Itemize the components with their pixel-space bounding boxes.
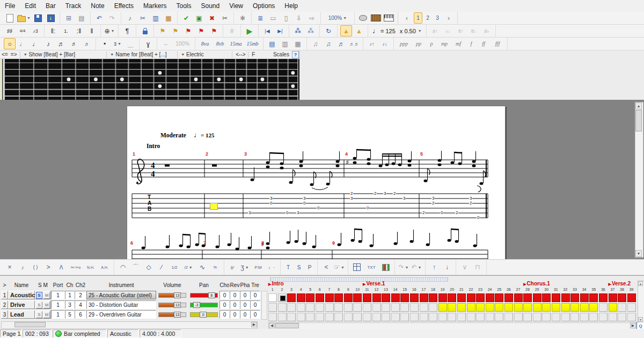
channel2-cell[interactable]: 6 — [75, 310, 86, 319]
volume-slider[interactable]: 13 — [158, 293, 186, 298]
page-2-button[interactable]: 2 — [423, 12, 432, 24]
bar-lock-button[interactable] — [139, 25, 151, 36]
triplet-feel-button[interactable]: ♪3 — [30, 25, 41, 36]
trill-button[interactable]: tr — [227, 262, 238, 273]
timeline-cell[interactable] — [325, 313, 334, 321]
mute-button[interactable]: M — [43, 302, 50, 308]
downstroke-button[interactable]: ∨ — [459, 262, 471, 273]
cho-cell[interactable]: 0 — [219, 300, 230, 309]
menu-bar[interactable]: Bar — [41, 0, 61, 12]
repeat-close-button[interactable]: :‖ — [73, 25, 85, 36]
beam-two-button[interactable]: ♫ — [323, 38, 334, 49]
fretboard-panel-button[interactable] — [370, 12, 382, 24]
timeline-cell[interactable] — [523, 313, 532, 321]
timeline-cell[interactable] — [523, 293, 532, 302]
timeline-cell[interactable] — [580, 303, 589, 312]
timeline-cell[interactable] — [504, 313, 513, 321]
tre-cell[interactable]: 0 — [250, 300, 260, 309]
mute-button[interactable]: M — [43, 292, 50, 299]
tuplet-button[interactable]: 3▼ — [112, 38, 123, 49]
bend-button[interactable]: ◠ — [117, 262, 129, 273]
timeline-vertical-scrollbar[interactable]: ▲▼ — [638, 281, 644, 322]
tempo-widget[interactable]: ♩= 125x 0.50▼ — [370, 27, 424, 35]
upstroke-button[interactable]: ⊓ — [472, 262, 484, 273]
timeline-cell[interactable] — [533, 293, 541, 302]
timeline-cell[interactable] — [287, 293, 296, 302]
cut-notes-button[interactable]: ✂ — [219, 12, 231, 24]
solo-button[interactable]: S — [36, 292, 42, 299]
beam-four-button[interactable]: ♬ — [335, 38, 347, 49]
volume-value[interactable]: 13 — [174, 302, 181, 308]
timeline-cell[interactable] — [552, 313, 560, 321]
duration-half-button[interactable]: ♩ — [17, 38, 28, 49]
metronome-button[interactable]: ▲ — [340, 25, 352, 36]
dynamic-f-button[interactable]: f — [466, 38, 477, 49]
timeline-cell[interactable] — [589, 313, 598, 321]
page-setup-button[interactable]: ⊞ — [63, 12, 75, 24]
insert-beat-button[interactable]: ♪ — [124, 12, 136, 24]
timeline-cell[interactable] — [495, 303, 503, 312]
grace-note-button[interactable]: ♪ — [17, 262, 28, 273]
timeline-cell[interactable] — [410, 313, 419, 321]
drum-panel-button[interactable] — [357, 12, 369, 24]
menu-view[interactable]: View — [224, 0, 248, 12]
timeline-cell[interactable] — [372, 293, 381, 302]
popping-button[interactable]: P — [305, 262, 314, 273]
timeline-cell[interactable] — [382, 303, 390, 312]
timeline-cell[interactable] — [561, 303, 570, 312]
pan-slider[interactable]: -3 — [190, 303, 218, 307]
timeline-cell[interactable] — [561, 293, 570, 302]
timeline-cell[interactable] — [476, 313, 485, 321]
page-3-button[interactable]: 3 — [433, 12, 442, 24]
fretboard-display[interactable] — [0, 59, 299, 100]
timeline-cell[interactable] — [344, 293, 353, 302]
timeline-cell[interactable] — [429, 303, 437, 312]
rev-cell[interactable]: 0 — [230, 291, 240, 299]
timeline-cell[interactable] — [448, 303, 456, 312]
redo-button[interactable]: ↷ — [106, 12, 118, 24]
palm-mute-button[interactable]: P.M — [252, 262, 265, 273]
multitrack-view-button[interactable]: ≣ — [254, 12, 266, 24]
timeline-cell[interactable] — [618, 303, 626, 312]
channel-cell[interactable]: 5 — [65, 310, 75, 319]
track-number[interactable]: 2 — [1, 300, 8, 309]
mix-table-button[interactable] — [380, 262, 392, 273]
octave-8va-button[interactable]: 8va — [198, 38, 212, 49]
stem-up-button[interactable]: ♪↑ — [366, 38, 378, 49]
insert-bar-button[interactable]: ▣ — [193, 12, 205, 24]
enharmonic-switch-button[interactable]: ♯♭ — [481, 25, 493, 36]
timeline-cell[interactable] — [589, 303, 598, 312]
timeline-cell[interactable] — [467, 293, 475, 302]
solo-button[interactable]: S — [36, 311, 42, 318]
menu-edit[interactable]: Edit — [20, 0, 41, 12]
timeline-cell[interactable] — [297, 313, 305, 321]
wide-vibrato-button[interactable]: ≈ — [209, 262, 221, 273]
timeline-cell[interactable] — [504, 293, 513, 302]
dynamic-mf-button[interactable]: mf — [452, 38, 465, 49]
timeline-cell[interactable] — [438, 303, 447, 312]
timeline-cell[interactable] — [363, 293, 371, 302]
copy-bars-button[interactable]: ▥ — [150, 12, 162, 24]
coda-button[interactable]: ⊕▼ — [104, 25, 115, 36]
timeline-cell[interactable] — [334, 303, 343, 312]
timeline-cell[interactable] — [438, 293, 447, 302]
move-note-down-button[interactable]: ↓ — [441, 262, 453, 273]
timeline-cell[interactable] — [391, 293, 400, 302]
beat-display-select[interactable]: ▼Show [Beat] + [Bar] — [22, 52, 105, 57]
timeline-cell[interactable] — [400, 293, 409, 302]
channel-cell[interactable]: 3 — [65, 300, 75, 309]
channel2-cell[interactable]: 4 — [75, 300, 86, 309]
timeline-cell[interactable] — [382, 313, 390, 321]
rse-playback-button[interactable]: ⁂ — [292, 25, 304, 36]
duration-eighth-button[interactable]: ♪ — [42, 38, 54, 49]
save-file-button[interactable] — [32, 12, 44, 24]
scroll-left-icon[interactable]: ◀ — [269, 323, 275, 328]
scroll-down-icon[interactable]: ▼ — [638, 317, 643, 322]
staff-view-2-button[interactable]: ▥ — [279, 38, 291, 49]
page-1-button[interactable]: 1 — [414, 12, 422, 24]
score-vertical-scrollbar[interactable]: ▲ ▼ — [635, 102, 643, 258]
transpose-sharp-up-button[interactable]: ♯↑ — [429, 25, 441, 36]
undo-button[interactable]: ↶ — [93, 12, 105, 24]
double-bar-button[interactable]: ‖ — [86, 25, 98, 36]
vibrato-button[interactable]: ∿ — [196, 262, 208, 273]
